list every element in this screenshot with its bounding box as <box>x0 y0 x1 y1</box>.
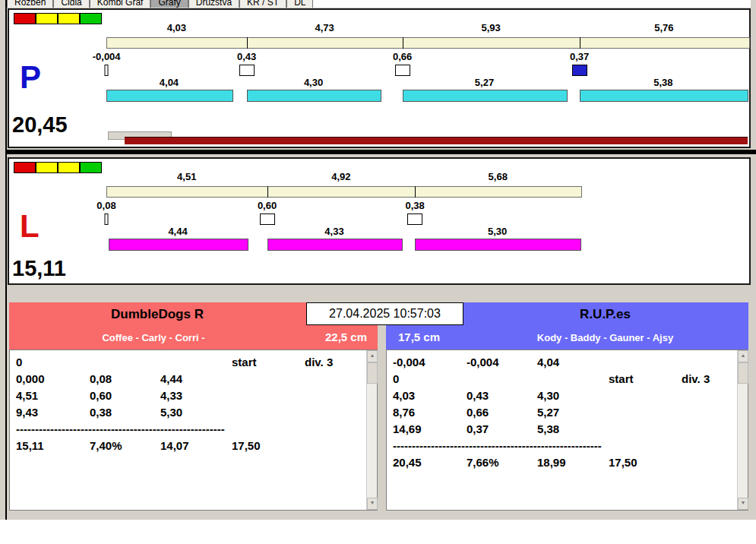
table-cell: 0,43 <box>467 389 489 402</box>
team-dog-names: Kody - Baddy - Gauner - Ajsy <box>462 332 748 343</box>
table-cell: 20,45 <box>393 456 422 469</box>
dog-time-label: 5,38 <box>653 77 672 88</box>
changeover-box[interactable] <box>572 65 587 76</box>
run-letter-p: P <box>20 62 41 93</box>
dog-time-bar <box>415 239 581 251</box>
table-cell: 0,38 <box>90 406 112 419</box>
tab-bar: RozbehČidlaKombi GrafGrafyDružstvaKR / Š… <box>7 0 751 8</box>
split-time-label: 5,76 <box>654 22 673 33</box>
scrollbar-thumb[interactable] <box>367 362 378 384</box>
table-cell: start <box>609 372 634 385</box>
run-total-l: 15,11 <box>12 256 66 281</box>
split-tick <box>415 186 416 198</box>
table-cell: 9,43 <box>16 406 38 419</box>
table-cell: div. 3 <box>682 372 710 385</box>
split-tick <box>267 186 268 198</box>
table-cell: 0 <box>393 372 399 385</box>
table-separator: ----------------------------------------… <box>10 422 365 439</box>
tab-kombi-graf[interactable]: Kombi Graf <box>90 0 151 8</box>
table-row: 9,430,385,30 <box>10 406 365 422</box>
window-left-border <box>5 0 7 520</box>
chart-area: 4,514,925,680,080,600,384,444,335,30 <box>9 159 749 283</box>
team-subheader: Kody - Baddy - Gauner - Ajsy 17,5 cm <box>386 327 748 349</box>
table-cell: 17,50 <box>232 439 261 452</box>
changeover-box[interactable] <box>407 213 422 225</box>
table-row: 14,690,375,38 <box>387 422 736 439</box>
team-table-body: -0,004-0,0044,040startdiv. 34,030,434,30… <box>387 356 736 510</box>
scrollbar-thumb[interactable] <box>738 362 748 384</box>
table-row: 8,760,665,27 <box>387 406 736 422</box>
changeover-box <box>105 213 109 225</box>
team-left-table: 0startdiv. 30,0000,084,444,510,604,339,4… <box>9 349 378 511</box>
dog-time-label: 4,30 <box>304 77 323 88</box>
run-panel-l: 4,514,925,680,080,600,384,444,335,30 L 1… <box>8 157 751 285</box>
table-cell: 14,69 <box>393 422 422 435</box>
dog-time-label: 4,44 <box>168 226 187 237</box>
table-cell: 17,50 <box>609 456 637 469</box>
table-cell: div. 3 <box>305 356 333 368</box>
app-window: RozbehČidlaKombi GrafGrafyDružstvaKR / Š… <box>0 0 756 544</box>
scroll-down-icon[interactable]: ▼ <box>367 498 378 510</box>
table-cell: 14,07 <box>160 439 189 452</box>
changeover-label: 0,37 <box>570 51 589 62</box>
run-panel-p: 4,034,735,935,76-0,0040,430,660,374,044,… <box>8 8 751 148</box>
table-row: 4,030,434,30 <box>387 389 736 406</box>
tab-dl[interactable]: DL <box>286 0 313 8</box>
dog-time-bar <box>267 239 403 251</box>
scroll-up-icon[interactable]: ▲ <box>738 350 748 362</box>
table-cell: 0,66 <box>467 406 489 419</box>
changeover-box[interactable] <box>239 65 255 76</box>
changeover-label: 0,38 <box>406 200 425 211</box>
dog-time-label: 5,27 <box>475 77 494 88</box>
table-cell: 4,03 <box>393 389 415 402</box>
run-letter-l: L <box>20 210 40 242</box>
team-left: DumbleDogs R Coffee - Carly - Corri - 22… <box>9 302 378 511</box>
tab-rozbeh[interactable]: Rozbeh <box>7 0 53 8</box>
table-cell: 0,37 <box>467 422 489 435</box>
changeover-box <box>105 65 109 76</box>
split-tick <box>580 37 580 49</box>
team-name: R.U.P.es <box>462 307 748 322</box>
changeover-box[interactable] <box>260 213 275 225</box>
tab-kr-t[interactable]: KR / ŠT <box>239 0 286 8</box>
panel-divider <box>6 150 756 154</box>
table-row: 0,0000,084,44 <box>10 372 365 389</box>
split-time-label: 4,51 <box>177 171 196 182</box>
table-cell: 4,33 <box>160 389 182 402</box>
timestamp: 27.04.2025 10:57:03 <box>306 302 463 325</box>
table-cell: 5,30 <box>160 406 182 419</box>
table-cell: 0,60 <box>90 389 112 402</box>
table-cell: 7,40% <box>90 439 122 452</box>
changeover-label: -0,004 <box>93 51 121 62</box>
table-row: 0startdiv. 3 <box>10 356 365 372</box>
split-bar <box>106 37 750 49</box>
split-tick <box>247 37 248 49</box>
dog-time-bar <box>247 90 382 102</box>
changeover-label: 0,60 <box>258 200 277 211</box>
table-cell: 0,000 <box>16 372 45 385</box>
changeover-box[interactable] <box>395 65 410 76</box>
changeover-label: 0,08 <box>96 200 115 211</box>
changeover-label: 0,43 <box>237 51 256 62</box>
chart-area: 4,034,735,935,76-0,0040,430,660,374,044,… <box>9 10 749 147</box>
dog-time-label: 4,04 <box>160 77 179 88</box>
team-name: DumbleDogs R <box>9 307 305 322</box>
table-cell: 8,76 <box>393 406 415 419</box>
table-cell: 5,27 <box>537 406 559 419</box>
tab-grafy[interactable]: Grafy <box>150 0 188 8</box>
table-row: 0startdiv. 3 <box>387 372 736 389</box>
team-subheader: Coffee - Carly - Corri - 22,5 cm <box>9 327 378 349</box>
table-cell: 7,66% <box>467 456 499 469</box>
dog-time-bar <box>403 90 568 102</box>
tab-dru-stva[interactable]: Družstva <box>188 0 239 8</box>
scroll-down-icon[interactable]: ▼ <box>738 498 748 510</box>
team-jump-height: 17,5 cm <box>398 331 440 343</box>
table-row: 4,510,604,33 <box>10 389 365 406</box>
vertical-scrollbar[interactable]: ▲ ▼ <box>366 350 377 510</box>
tab-idla[interactable]: Čidla <box>53 0 89 8</box>
vertical-scrollbar[interactable]: ▲ ▼ <box>737 350 748 510</box>
team-jump-height: 22,5 cm <box>325 331 367 343</box>
split-time-label: 4,92 <box>331 171 350 182</box>
dog-time-bar <box>580 90 748 102</box>
scroll-up-icon[interactable]: ▲ <box>367 350 378 362</box>
